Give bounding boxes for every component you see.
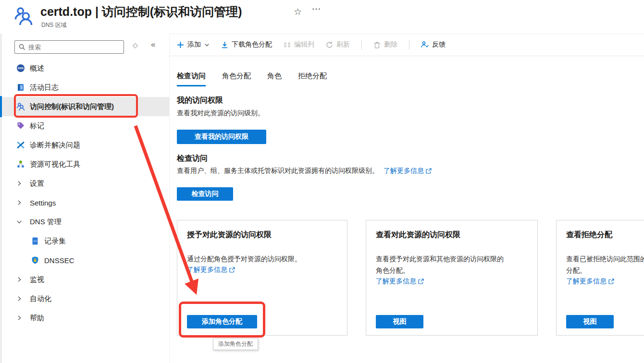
sidebar-item-tags[interactable]: 标记: [0, 116, 169, 135]
view-button[interactable]: 视图: [566, 315, 614, 328]
plus-icon: [177, 41, 184, 48]
sidebar-item-label: 访问控制(标识和访问管理): [30, 102, 114, 111]
sidebar-item-label: 记录集: [44, 237, 66, 246]
sidebar-item-label: 标记: [30, 121, 44, 131]
tag-icon: [16, 121, 25, 130]
learn-more-label: 了解更多信息: [384, 167, 424, 175]
sidebar-group-monitoring[interactable]: 监视: [0, 270, 169, 289]
sidebar-group-label: Settings: [30, 199, 56, 207]
search-input[interactable]: [28, 44, 124, 51]
check-access-heading: 检查访问: [177, 154, 208, 164]
check-access-description: 查看用户、组、服务主体或托管标识对此资源拥有的访问权限级别。 了解更多信息: [177, 167, 432, 175]
sidebar-group-dns-management[interactable]: DNS 管理: [0, 212, 169, 231]
menu-collapse-icon[interactable]: «: [151, 40, 155, 49]
learn-more-link[interactable]: 了解更多信息: [376, 277, 424, 286]
card-description: 查看已被拒绝访问此范围的拒绝 分配。: [566, 253, 644, 276]
sidebar-item-label: 概述: [30, 64, 44, 73]
resource-visualizer-icon: [16, 160, 25, 169]
check-access-button[interactable]: 检查访问: [177, 187, 233, 201]
learn-more-link[interactable]: 了解更多信息: [384, 167, 432, 175]
check-access-description-text: 查看用户、组、服务主体或托管标识对此资源拥有的访问权限级别。: [177, 167, 379, 174]
grant-access-card: 授予对此资源的访问权限 通过分配角色授予对资源的访问权限。 了解更多信息 添加角…: [177, 220, 347, 336]
view-access-card: 查看对此资源的访问权限 查看授予对此资源和其他资源的访问权限的 角色分配。 了解…: [366, 220, 538, 336]
view-my-access-button[interactable]: 查看我的访问权限: [177, 130, 266, 144]
feedback-button[interactable]: 反馈: [421, 40, 446, 49]
chevron-right-icon: [16, 200, 22, 206]
add-role-assignment-tooltip: 添加角色分配: [213, 338, 258, 350]
sidebar-group-automation[interactable]: 自动化: [0, 289, 169, 308]
selected-item-indicator: [0, 96, 2, 117]
dns-overview-icon: DNS: [16, 64, 25, 73]
external-link-icon: [608, 278, 614, 284]
activity-log-icon: [16, 83, 25, 92]
my-access-description: 查看我对此资源的访问级别。: [177, 109, 264, 118]
sidebar-item-overview[interactable]: DNS 概述: [0, 59, 169, 78]
add-button[interactable]: 添加: [177, 40, 210, 49]
sidebar-item-resource-visualizer[interactable]: 资源可视化工具: [0, 155, 169, 174]
chevron-down-icon: [16, 219, 22, 225]
resource-menu-sidebar: ◇ « DNS 概述 活动日志 访问控制(标识和访问管理): [0, 34, 170, 363]
sidebar-item-label: DNSSEC: [44, 256, 74, 265]
download-role-assignments-button[interactable]: 下载角色分配: [221, 40, 272, 49]
sidebar-group-settings-en[interactable]: Settings: [0, 193, 169, 212]
chevron-down-icon: [204, 42, 210, 48]
svg-text:</>: </>: [33, 240, 37, 242]
card-title: 授予对此资源的访问权限: [187, 230, 272, 240]
sidebar-item-label: 诊断并解决问题: [30, 141, 80, 150]
more-options-icon[interactable]: …: [311, 1, 322, 12]
learn-more-link[interactable]: 了解更多信息: [187, 266, 235, 274]
tab-roles[interactable]: 角色: [267, 72, 282, 86]
feedback-icon: [421, 41, 429, 48]
trash-icon: [373, 41, 381, 48]
learn-more-label: 了解更多信息: [376, 277, 416, 286]
learn-more-link[interactable]: 了解更多信息: [566, 277, 614, 286]
sidebar-item-diagnose[interactable]: 诊断并解决问题: [0, 135, 169, 155]
sidebar-group-label: 自动化: [30, 294, 51, 303]
download-button-label: 下载角色分配: [232, 40, 272, 49]
sidebar-group-label: 监视: [30, 275, 44, 284]
svg-text:DNS: DNS: [18, 67, 24, 70]
edit-columns-label: 编辑列: [294, 40, 314, 49]
external-link-icon: [426, 168, 432, 174]
recordsets-icon: </>: [31, 237, 39, 245]
view-button[interactable]: 视图: [376, 315, 423, 328]
chevron-right-icon: [16, 277, 22, 282]
edit-columns-button: 编辑列: [284, 40, 314, 49]
my-access-heading: 我的访问权限: [177, 96, 223, 106]
sidebar-group-settings-zh[interactable]: 设置: [0, 174, 169, 193]
sidebar-item-recordsets[interactable]: </> 记录集: [0, 231, 169, 251]
sidebar-search[interactable]: [14, 40, 124, 54]
diagnose-tools-icon: [16, 141, 25, 149]
iam-blade-icon: [14, 6, 33, 28]
feedback-label: 反馈: [432, 40, 446, 49]
blade-header: certd.top | 访问控制(标识和访问管理) DNS 区域 ☆ …: [0, 0, 644, 34]
tab-role-assignments[interactable]: 角色分配: [222, 72, 251, 86]
add-role-assignment-button[interactable]: 添加角色分配: [187, 315, 257, 328]
azure-portal-page: certd.top | 访问控制(标识和访问管理) DNS 区域 ☆ … ◇ «…: [0, 0, 644, 363]
sidebar-group-help[interactable]: 帮助: [0, 308, 169, 327]
dnssec-shield-icon: [31, 256, 39, 265]
card-title: 查看对此资源的访问权限: [376, 230, 460, 240]
tab-check-access[interactable]: 检查访问: [177, 72, 206, 86]
sidebar-item-activity-log[interactable]: 活动日志: [0, 78, 169, 97]
tab-deny-assignments[interactable]: 拒绝分配: [298, 72, 327, 86]
favorite-star-icon[interactable]: ☆: [294, 6, 302, 17]
chevron-right-icon: [16, 296, 22, 302]
external-link-icon: [418, 278, 424, 284]
delete-label: 删除: [384, 40, 397, 49]
edit-columns-icon: [284, 41, 291, 48]
pivot-tabs: 检查访问 角色分配 角色 拒绝分配: [177, 72, 327, 86]
iam-icon: [16, 102, 25, 111]
delete-button: 删除: [373, 40, 397, 49]
refresh-label: 刷新: [336, 40, 350, 49]
card-title: 查看拒绝分配: [566, 230, 612, 240]
toolbar-divider: [409, 40, 409, 49]
sidebar-item-dnssec[interactable]: DNSSEC: [0, 251, 169, 270]
learn-more-label: 了解更多信息: [566, 277, 607, 286]
chevron-right-icon: [16, 315, 22, 321]
sidebar-item-access-control-iam[interactable]: 访问控制(标识和访问管理): [0, 97, 169, 116]
card-description: 通过分配角色授予对资源的访问权限。: [187, 253, 340, 265]
search-icon: [19, 44, 25, 50]
refresh-button: 刷新: [326, 40, 350, 49]
menu-resize-icon[interactable]: ◇: [133, 41, 138, 49]
